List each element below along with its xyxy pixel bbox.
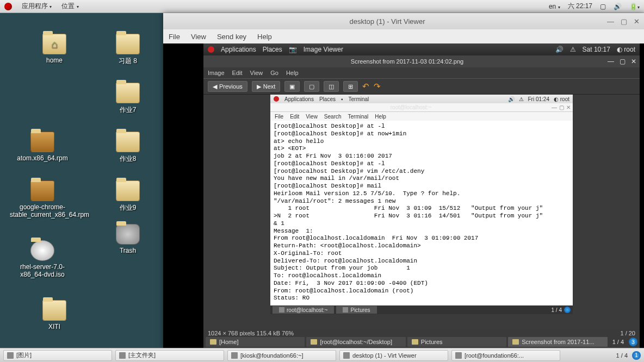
desktop-icon[interactable]: 习题 8 xyxy=(95,34,160,66)
menu-file[interactable]: File xyxy=(169,33,180,41)
shot-tab-terminal: root@localhost:~ xyxy=(273,306,334,314)
desktop-icon[interactable]: 作业9 xyxy=(95,180,160,213)
desktop-icon[interactable]: XITI xyxy=(22,300,87,330)
task-button[interactable]: desktop (1) - Virt Viewer xyxy=(339,350,448,361)
window-icon xyxy=(119,352,126,359)
vm-ws-switcher[interactable]: 3 xyxy=(629,338,637,346)
shot-term-menu: FileEditViewSearchTerminalHelp xyxy=(270,112,573,121)
next-button[interactable]: ▶ Next xyxy=(252,81,281,92)
vm-task-button[interactable]: [Home] xyxy=(206,337,305,347)
imgv-titlebar[interactable]: Screenshot from 2017-11-03 01:24:02.png … xyxy=(203,55,640,67)
folder-icon xyxy=(42,300,66,321)
close-button[interactable]: ✕ xyxy=(634,17,640,26)
vm-applications[interactable]: Applications xyxy=(221,46,256,53)
imgv-menu-image[interactable]: Image xyxy=(208,70,225,76)
shot-network-icon: ⚠ xyxy=(519,96,524,102)
minimize-button[interactable]: — xyxy=(607,17,614,26)
vm-task-button[interactable]: Screenshot from 2017-11... xyxy=(508,337,607,347)
task-button[interactable]: [主文件夹] xyxy=(115,350,224,361)
imgv-close[interactable]: ✕ xyxy=(631,58,636,65)
icon-label: XITI xyxy=(22,323,87,330)
gnome-top-panel: 应用程序 ▾ 位置 ▾ en ▾ 六 22:17 ▢ 🔊 🔋▾ xyxy=(0,0,644,13)
previous-button[interactable]: ◀ Previous xyxy=(208,81,247,92)
shot-menu-search: Search xyxy=(324,114,342,120)
zoom-fit-button[interactable]: ◫ xyxy=(324,81,339,92)
imgv-minimize[interactable]: — xyxy=(608,58,614,65)
zoom-100-button[interactable]: ⊞ xyxy=(343,81,358,92)
display-icon[interactable]: ▢ xyxy=(600,3,606,10)
vm-user[interactable]: ◐ root xyxy=(617,46,635,53)
folder-icon xyxy=(116,34,140,54)
folder-icon xyxy=(210,339,216,345)
vm-hat-icon xyxy=(208,46,214,53)
icon-label: atom.x86_64.rpm xyxy=(10,154,75,162)
folder-icon xyxy=(412,339,418,345)
shot-ws-icon xyxy=(564,307,571,313)
pkg-icon xyxy=(30,180,54,201)
vm-workspace[interactable]: 1 / 4 xyxy=(609,339,627,345)
imgv-menu-help[interactable]: Help xyxy=(286,70,299,76)
battery-icon[interactable]: 🔋▾ xyxy=(629,3,640,10)
folder-icon xyxy=(116,132,140,152)
desktop-icon[interactable]: google-chrome-stable_current_x86_64.rpm xyxy=(10,180,75,219)
menu-sendkey[interactable]: Send key xyxy=(217,33,246,41)
shot-hat-icon xyxy=(274,96,279,102)
vm-task-button[interactable]: Pictures xyxy=(407,337,506,347)
desktop-icon[interactable]: atom.x86_64.rpm xyxy=(10,132,75,162)
pkg-icon xyxy=(30,132,54,152)
task-button[interactable]: [root@foundation66:... xyxy=(451,350,560,361)
volume-icon[interactable]: 🔊 xyxy=(614,3,622,10)
imgv-menu-edit[interactable]: Edit xyxy=(232,70,243,76)
desktop-icon[interactable]: 作业7 xyxy=(95,83,160,115)
places-menu[interactable]: 位置 ▾ xyxy=(61,2,78,11)
icon-label: 习题 8 xyxy=(95,57,160,66)
task-button[interactable]: [kiosk@foundation66:~] xyxy=(227,350,336,361)
shot-volume-icon: 🔊 xyxy=(508,96,515,102)
imgv-canvas[interactable]: Applications Places ▪ Terminal 🔊 ⚠ Fri 0… xyxy=(203,95,640,328)
rotate-left-button[interactable]: ↶ xyxy=(362,82,369,91)
desktop-icon[interactable]: home xyxy=(22,34,87,64)
virt-body: Applications Places 📷 Image Viewer 🔊 ⚠ S… xyxy=(163,43,644,348)
vm-taskbar: [Home][root@localhost:~/Desktop]Pictures… xyxy=(203,336,640,348)
shot-workspace: 1 / 4 xyxy=(552,307,562,313)
icon-label: google-chrome-stable_current_x86_64.rpm xyxy=(10,203,75,219)
vm-app-icon: 📷 xyxy=(289,46,297,53)
folder-icon xyxy=(311,339,317,345)
desktop-icon[interactable]: Trash xyxy=(95,224,160,254)
vm-gnome-panel: Applications Places 📷 Image Viewer 🔊 ⚠ S… xyxy=(203,43,640,55)
vm-places[interactable]: Places xyxy=(263,46,282,53)
imgv-menu-view[interactable]: View xyxy=(250,70,263,76)
vm-clock[interactable]: Sat 10:17 xyxy=(583,46,610,53)
shot-user: ◐ root xyxy=(554,96,569,102)
imgv-maximize[interactable]: ▢ xyxy=(620,58,626,65)
terminal-output: [root@localhost Desktop]# at -l [root@lo… xyxy=(270,121,573,305)
clock[interactable]: 六 22:17 xyxy=(568,2,592,11)
home-icon xyxy=(42,34,66,54)
virt-menubar: FileViewSend keyHelp xyxy=(163,29,644,43)
window-icon xyxy=(343,352,350,359)
shot-menu-help: Help xyxy=(375,114,386,120)
zoom-out-button[interactable]: ▢ xyxy=(304,81,319,92)
applications-menu[interactable]: 应用程序 ▾ xyxy=(22,2,52,11)
imgv-menu-go[interactable]: Go xyxy=(270,70,278,76)
vm-volume-icon[interactable]: 🔊 xyxy=(555,46,564,53)
vm-network-icon[interactable]: ⚠ xyxy=(570,46,576,53)
virt-titlebar[interactable]: desktop (1) - Virt Viewer — ▢ ✕ xyxy=(163,13,644,29)
shot-taskbar: root@localhost:~ Pictures 1 / 4 xyxy=(270,305,573,314)
lang-indicator[interactable]: en ▾ xyxy=(549,3,560,10)
vm-app-label[interactable]: Image Viewer xyxy=(304,46,343,53)
imgv-menubar: ImageEditViewGoHelp xyxy=(203,67,640,78)
desktop-icon[interactable]: 作业8 xyxy=(95,132,160,164)
workspace-switcher[interactable]: 1 xyxy=(632,351,641,360)
task-button[interactable]: [图片] xyxy=(3,350,112,361)
zoom-in-button[interactable]: ▣ xyxy=(284,81,300,92)
workspace-indicator[interactable]: 1 / 4 xyxy=(616,352,628,359)
desktop-icon[interactable]: rhel-server-7.0-x86_64-dvd.iso xyxy=(10,240,75,278)
maximize-button[interactable]: ▢ xyxy=(621,17,627,26)
shot-panel: Applications Places ▪ Terminal 🔊 ⚠ Fri 0… xyxy=(270,95,573,103)
vm-task-button[interactable]: [root@localhost:~/Desktop] xyxy=(306,337,405,347)
menu-view[interactable]: View xyxy=(191,33,206,41)
rotate-right-button[interactable]: ↷ xyxy=(374,82,381,91)
folder-icon xyxy=(116,180,140,201)
menu-help[interactable]: Help xyxy=(257,33,272,41)
